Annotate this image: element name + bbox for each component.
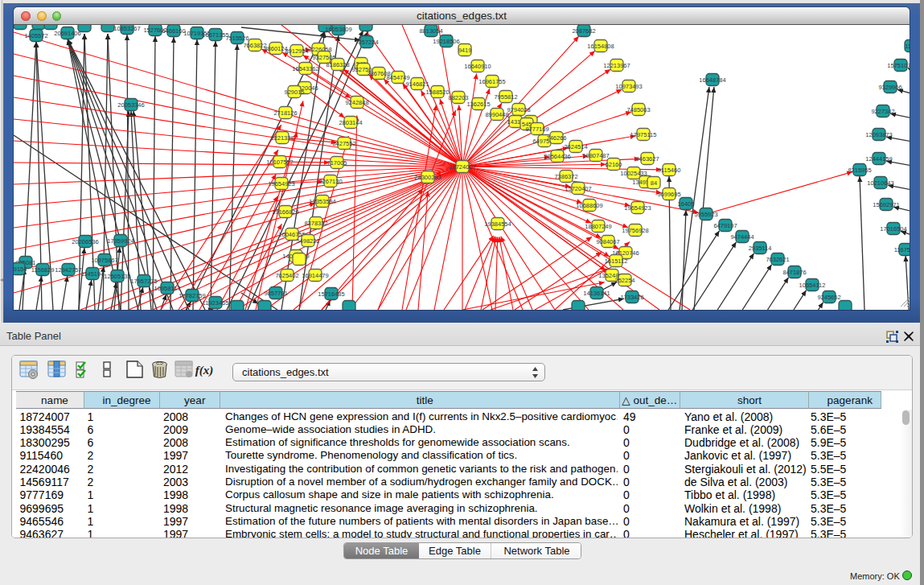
svg-text:16543362: 16543362 xyxy=(292,65,318,72)
svg-text:84: 84 xyxy=(651,179,657,187)
svg-text:10807487: 10807487 xyxy=(582,152,609,159)
svg-text:12942757: 12942757 xyxy=(55,266,81,274)
svg-text:15751074: 15751074 xyxy=(887,62,910,69)
svg-text:16405: 16405 xyxy=(678,200,695,208)
svg-text:20564436: 20564436 xyxy=(544,153,570,160)
svg-text:f(x): f(x) xyxy=(195,364,214,377)
svg-text:16914479: 16914479 xyxy=(302,272,328,279)
svg-text:9777169: 9777169 xyxy=(525,126,548,133)
svg-text:16053809: 16053809 xyxy=(325,26,351,33)
svg-text:1221338: 1221338 xyxy=(270,134,294,142)
svg-text:18807249: 18807249 xyxy=(585,223,611,230)
svg-text:9794028: 9794028 xyxy=(507,106,530,113)
svg-text:10688609: 10688609 xyxy=(576,202,602,209)
svg-text:12444159: 12444159 xyxy=(865,155,892,163)
svg-text:14136141: 14136141 xyxy=(583,290,610,297)
svg-text:717005: 717005 xyxy=(326,159,347,167)
svg-text:99154: 99154 xyxy=(14,266,27,273)
svg-text:19654923: 19654923 xyxy=(624,204,651,212)
svg-text:9115460: 9115460 xyxy=(658,167,681,174)
svg-text:16154808: 16154808 xyxy=(587,43,614,50)
svg-text:10853267: 10853267 xyxy=(113,25,140,32)
svg-text:10975867: 10975867 xyxy=(91,257,117,264)
svg-text:1405572: 1405572 xyxy=(24,32,47,39)
svg-text:19756928: 19756928 xyxy=(622,227,648,234)
svg-text:8378332: 8378332 xyxy=(304,220,327,227)
svg-text:12353594: 12353594 xyxy=(309,198,335,205)
svg-text:19218506: 19218506 xyxy=(433,38,459,45)
svg-text:8427552: 8427552 xyxy=(332,140,355,147)
svg-text:10654112: 10654112 xyxy=(799,282,826,289)
svg-text:9474444: 9474444 xyxy=(730,233,754,241)
svg-text:15692971: 15692971 xyxy=(873,201,899,208)
svg-text:9699695: 9699695 xyxy=(657,191,680,198)
svg-text:18724007: 18724007 xyxy=(449,163,475,171)
svg-text:1145194: 1145194 xyxy=(81,270,105,278)
svg-text:10210643: 10210643 xyxy=(867,179,893,187)
svg-text:746266: 746266 xyxy=(546,134,566,142)
svg-text:10973493: 10973493 xyxy=(615,83,642,90)
svg-text:16961755: 16961755 xyxy=(478,78,505,85)
svg-text:2935114: 2935114 xyxy=(749,245,772,252)
svg-text:7663822: 7663822 xyxy=(243,42,266,49)
svg-text:62160: 62160 xyxy=(606,161,622,168)
svg-text:8471876: 8471876 xyxy=(782,269,806,276)
svg-text:1733426: 1733426 xyxy=(620,294,643,301)
svg-text:10958117: 10958117 xyxy=(154,285,181,292)
svg-text:11923465: 11923465 xyxy=(203,299,229,307)
svg-text:16782759: 16782759 xyxy=(179,292,205,299)
svg-text:1156829: 1156829 xyxy=(31,266,55,274)
svg-text:882203: 882203 xyxy=(448,94,468,101)
svg-text:7485063: 7485063 xyxy=(626,106,650,113)
svg-text:9084067: 9084067 xyxy=(596,238,619,245)
svg-text:7632621: 7632621 xyxy=(766,256,789,263)
svg-text:10107552: 10107552 xyxy=(266,159,293,166)
svg-text:20053346: 20053346 xyxy=(117,101,144,109)
svg-text:19384554: 19384554 xyxy=(484,220,511,228)
svg-text:12213967: 12213967 xyxy=(603,62,630,69)
svg-text:6479197: 6479197 xyxy=(713,222,737,229)
svg-text:2803144: 2803144 xyxy=(339,119,362,126)
svg-text:5498222: 5498222 xyxy=(296,237,319,245)
svg-text:8860124: 8860124 xyxy=(264,45,287,52)
svg-text:17957275: 17957275 xyxy=(130,278,157,285)
svg-text:9857791: 9857791 xyxy=(264,290,287,297)
svg-text:1615112: 1615112 xyxy=(605,257,628,265)
svg-text:9227342: 9227342 xyxy=(871,108,894,115)
svg-text:9245652: 9245652 xyxy=(817,294,840,301)
svg-text:7515526: 7515526 xyxy=(225,35,248,42)
svg-text:16640910: 16640910 xyxy=(464,63,491,70)
svg-text:9419: 9419 xyxy=(458,47,472,54)
svg-text:2087682: 2087682 xyxy=(572,27,595,35)
svg-text:6466160: 6466160 xyxy=(162,27,185,35)
svg-text:2718126: 2718126 xyxy=(273,109,297,117)
svg-text:8813054: 8813054 xyxy=(419,27,442,35)
svg-text:7955812: 7955812 xyxy=(494,93,517,101)
svg-text:1167533: 1167533 xyxy=(894,246,910,253)
svg-text:19654923: 19654923 xyxy=(268,180,294,187)
svg-text:8186328: 8186328 xyxy=(326,61,349,68)
svg-text:12505135: 12505135 xyxy=(104,273,130,280)
svg-text:8215955: 8215955 xyxy=(848,167,871,174)
svg-text:17975115: 17975115 xyxy=(630,131,657,138)
svg-text:929015: 929015 xyxy=(284,89,304,96)
svg-text:7386372: 7386372 xyxy=(554,173,577,180)
svg-text:1588520: 1588520 xyxy=(425,89,449,96)
svg-text:9146821: 9146821 xyxy=(405,80,429,88)
svg-text:3267130: 3267130 xyxy=(318,178,342,185)
svg-text:1362615: 1362615 xyxy=(466,101,490,108)
svg-text:12093873: 12093873 xyxy=(865,131,892,138)
svg-text:17016504: 17016504 xyxy=(880,225,906,233)
svg-text:7857224: 7857224 xyxy=(355,39,378,46)
svg-text:15720407: 15720407 xyxy=(565,185,591,192)
svg-text:3624514: 3624514 xyxy=(564,143,587,150)
svg-text:20206536: 20206536 xyxy=(72,238,98,245)
svg-text:9242848: 9242848 xyxy=(345,99,368,106)
svg-text:19166829: 19166829 xyxy=(272,208,298,216)
svg-text:7625402: 7625402 xyxy=(275,272,298,279)
svg-text:20691406: 20691406 xyxy=(54,30,80,37)
svg-text:9463627: 9463627 xyxy=(635,155,659,163)
svg-text:15716485: 15716485 xyxy=(318,290,344,298)
svg-text:28300233: 28300233 xyxy=(414,174,441,181)
svg-text:17359924: 17359924 xyxy=(107,237,133,245)
